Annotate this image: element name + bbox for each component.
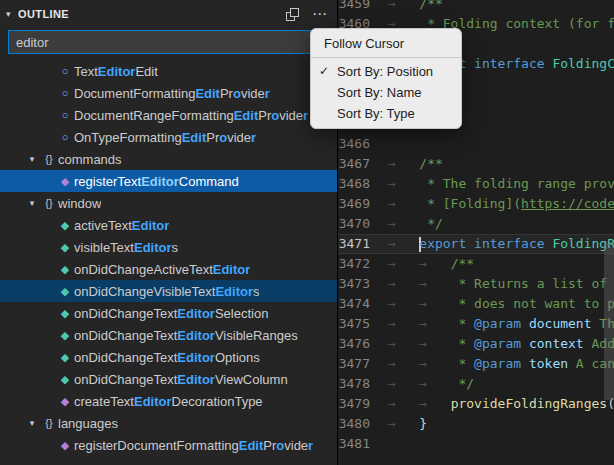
variable-icon: ◆	[56, 351, 74, 364]
code-line[interactable]: 3470 → */	[338, 214, 614, 234]
variable-icon: ◆	[56, 373, 74, 386]
outline-item[interactable]: ◆ onDidChangeTextEditorOptions	[0, 346, 337, 368]
code-text: → → /**	[388, 254, 614, 274]
outline-item[interactable]: ◆ onDidChangeTextEditorViewColumn	[0, 368, 337, 390]
code-text	[388, 134, 614, 154]
code-line[interactable]: 3475 → → * @param document The document …	[338, 314, 614, 334]
outline-item[interactable]: ◆ onDidChangeTextEditorVisibleRanges	[0, 324, 337, 346]
outline-item[interactable]: ◆ createTextEditorDecorationType	[0, 390, 337, 412]
collapse-all-icon[interactable]	[286, 8, 299, 21]
menu-separator	[311, 57, 461, 58]
menu-item-label: Sort By: Name	[337, 85, 422, 100]
outline-item[interactable]: ◆ registerDocumentFormattingEditProvider	[0, 434, 337, 456]
code-line[interactable]: 3472 → → /**	[338, 254, 614, 274]
namespace-icon: {}	[40, 417, 58, 429]
code-text: → export interface FoldingRangeProvider …	[388, 234, 614, 254]
code-line[interactable]: 3467 → /**	[338, 154, 614, 174]
more-actions-icon[interactable]: ⋯	[312, 9, 327, 19]
method-icon: ◆	[56, 395, 74, 408]
code-text: → /**	[388, 154, 614, 174]
code-text: → → * does not want to participate or wa…	[388, 294, 614, 314]
outline-item[interactable]: ▾ {} window	[0, 192, 337, 214]
code-line[interactable]: 3479 → → provideFoldingRanges(document: …	[338, 394, 614, 414]
code-line[interactable]: 3474 → → * does not want to participate …	[338, 294, 614, 314]
variable-icon: ◆	[56, 329, 74, 342]
line-number[interactable]: 3459	[338, 0, 384, 14]
outline-item[interactable]: ○ OnTypeFormattingEditProvider	[0, 126, 337, 148]
line-number[interactable]: 3467	[338, 154, 384, 174]
symbol-label: commands	[58, 152, 122, 167]
twistie-icon[interactable]: ▾	[24, 154, 40, 164]
code-text: → * [Folding](https://code.visualstudio.…	[388, 194, 614, 214]
outline-item[interactable]: ◆ visibleTextEditors	[0, 236, 337, 258]
outline-item[interactable]: ◆ onDidChangeActiveTextEditor	[0, 258, 337, 280]
line-number[interactable]: 3466	[338, 134, 384, 154]
line-number[interactable]: 3481	[338, 434, 384, 454]
code-text: → → * Returns a list of folding ranges o…	[388, 274, 614, 294]
line-number[interactable]: 3468	[338, 174, 384, 194]
line-number[interactable]: 3477	[338, 354, 384, 374]
code-text: → → * @param context Additional context …	[388, 334, 614, 354]
outline-filter-input[interactable]	[8, 30, 329, 54]
menu-item-sort-by-position[interactable]: ✓ Sort By: Position	[311, 61, 461, 82]
line-number[interactable]: 3479	[338, 394, 384, 414]
outline-item[interactable]: ◆ onDidChangeTextEditorSelection	[0, 302, 337, 324]
outline-panel: ▾ OUTLINE ⋯ ○ TextEditorEdit ○ DocumentF…	[0, 0, 337, 465]
code-line[interactable]: 3477 → → * @param token A cancellation t…	[338, 354, 614, 374]
interface-icon: ○	[56, 109, 74, 121]
line-number[interactable]: 3469	[338, 194, 384, 214]
outline-item[interactable]: ◆ registerTextEditorCommand	[0, 170, 337, 192]
symbol-label: activeTextEditor	[74, 218, 169, 233]
outline-item[interactable]: ○ TextEditorEdit	[0, 60, 337, 82]
menu-item-sort-by-name[interactable]: Sort By: Name	[311, 82, 461, 103]
symbol-label: onDidChangeTextEditorVisibleRanges	[74, 328, 298, 343]
line-number[interactable]: 3472	[338, 254, 384, 274]
code-line[interactable]: 3473 → → * Returns a list of folding ran…	[338, 274, 614, 294]
code-line[interactable]: 3468 → * The folding range provider inte…	[338, 174, 614, 194]
symbol-label: createTextEditorDecorationType	[74, 394, 263, 409]
code-line[interactable]: 3469 → * [Folding](https://code.visualst…	[338, 194, 614, 214]
code-text: → → provideFoldingRanges(document: TextD…	[388, 394, 614, 414]
symbol-label: onDidChangeTextEditorViewColumn	[74, 372, 288, 387]
code-line[interactable]: 3466	[338, 134, 614, 154]
line-number[interactable]: 3473	[338, 274, 384, 294]
symbol-label: TextEditorEdit	[74, 64, 158, 79]
code-text: → }	[388, 414, 614, 434]
code-line[interactable]: 3459 → /**	[338, 0, 614, 14]
code-line[interactable]: 3481	[338, 434, 614, 454]
line-number[interactable]: 3480	[338, 414, 384, 434]
outline-item[interactable]: ◆ activeTextEditor	[0, 214, 337, 236]
symbol-label: onDidChangeTextEditorOptions	[74, 350, 260, 365]
chevron-down-icon[interactable]: ▾	[6, 9, 18, 19]
code-line[interactable]: 3478 → → */	[338, 374, 614, 394]
editor-scrollbar[interactable]	[604, 0, 614, 465]
twistie-icon[interactable]: ▾	[24, 418, 40, 428]
twistie-icon[interactable]: ▾	[24, 198, 40, 208]
line-number[interactable]: 3471	[338, 234, 384, 254]
code-line[interactable]: 3476 → → * @param context Additional con…	[338, 334, 614, 354]
line-number[interactable]: 3476	[338, 334, 384, 354]
scrollbar-thumb[interactable]	[604, 242, 614, 400]
line-number[interactable]: 3475	[338, 314, 384, 334]
symbol-label: onDidChangeTextEditorSelection	[74, 306, 268, 321]
menu-item-follow-cursor[interactable]: Follow Cursor	[311, 33, 461, 54]
code-line[interactable]: 3471 → export interface FoldingRangeProv…	[338, 234, 614, 254]
method-icon: ◆	[56, 175, 74, 188]
outline-item[interactable]: ○ DocumentRangeFormattingEditProvider	[0, 104, 337, 126]
code-line[interactable]: 3480 → }	[338, 414, 614, 434]
namespace-icon: {}	[40, 153, 58, 165]
code-text: → → * @param token A cancellation token.	[388, 354, 614, 374]
code-text: → */	[388, 214, 614, 234]
outline-item[interactable]: ○ DocumentFormattingEditProvider	[0, 82, 337, 104]
outline-item[interactable]: ◆ onDidChangeVisibleTextEditors	[0, 280, 337, 302]
line-number[interactable]: 3478	[338, 374, 384, 394]
code-text: → → * @param document The document in wh…	[388, 314, 614, 334]
code-text: → /**	[388, 0, 614, 14]
variable-icon: ◆	[56, 263, 74, 276]
outline-item[interactable]: ▾ {} commands	[0, 148, 337, 170]
line-number[interactable]: 3470	[338, 214, 384, 234]
menu-item-sort-by-type[interactable]: Sort By: Type	[311, 103, 461, 124]
line-number[interactable]: 3474	[338, 294, 384, 314]
interface-icon: ○	[56, 87, 74, 99]
outline-item[interactable]: ▾ {} languages	[0, 412, 337, 434]
